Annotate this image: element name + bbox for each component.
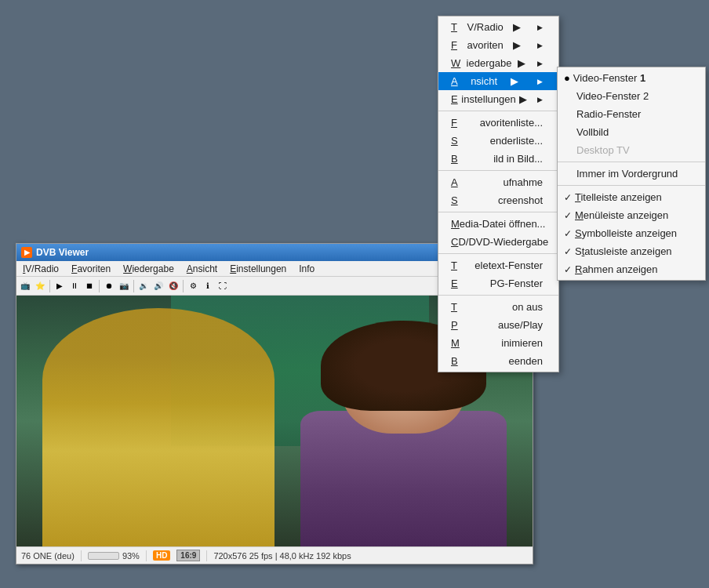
toolbar-icon-2[interactable]: ⭐ [33, 279, 47, 293]
submenu-label-desktop-tv: Desktop TV [576, 144, 630, 156]
menu-item-aufnahme[interactable]: Aufnahme [438, 173, 558, 191]
context-menu-main: TV/Radio ▶ Favoriten ▶ Wiedergabe ▶ Ansi… [438, 16, 559, 372]
submenu-label-titelleiste: Titelleiste anzeigen [575, 191, 662, 203]
menu-sep-4 [438, 253, 558, 254]
submenu-label-video-fenster-2: Video-Fenster 2 [576, 90, 649, 102]
toolbar-icon-rec[interactable]: ⏺ [102, 279, 116, 293]
submenu-label-radio-fenster: Radio-Fenster [576, 108, 641, 120]
submenu-label-rahmen: Rahmen anzeigen [575, 263, 658, 275]
menu-item-media-datei[interactable]: Media-Datei öffnen... [438, 215, 558, 233]
check-titelleiste: ✓ [564, 192, 572, 203]
check-rahmen: ✓ [564, 264, 572, 275]
menubar-item-wiedergabe[interactable]: Wiedergabe [120, 263, 177, 275]
dvb-titlebar-icon: ▶ [21, 247, 32, 258]
toolbar-icon-settings[interactable]: ⚙ [186, 279, 200, 293]
submenu-desktop-tv[interactable]: Desktop TV [558, 141, 705, 159]
toolbar-separator-2 [99, 280, 100, 292]
status-div-1 [81, 550, 82, 561]
toolbar-icon-fullscreen[interactable]: ⛶ [216, 279, 230, 293]
status-resolution: 720x576 25 fps | 48,0 kHz 192 kbps [213, 551, 351, 561]
menu-item-einstellungen[interactable]: Einstellungen ▶ [438, 90, 558, 108]
menu-item-favoriten[interactable]: Favoriten ▶ [438, 36, 558, 54]
submenu-label-symbolleiste: Symbolleiste anzeigen [575, 227, 677, 239]
menubar-item-info[interactable]: Info [296, 263, 318, 275]
menu-sep-3 [438, 212, 558, 212]
menubar-item-tv-radio[interactable]: IV/Radio [20, 263, 62, 275]
toolbar-separator-4 [183, 280, 184, 292]
submenu-video-fenster-1[interactable]: ● Video-Fenster 1 [558, 69, 705, 87]
toolbar-icon-vol-up[interactable]: 🔊 [151, 279, 165, 293]
submenu-statusleiste[interactable]: ✓ Statusleiste anzeigen [558, 242, 705, 260]
menu-item-ansicht[interactable]: Ansicht ▶ [438, 72, 558, 90]
menu-item-beenden[interactable]: Beenden [438, 352, 558, 370]
check-menuleiste: ✓ [564, 210, 572, 221]
menu-item-favoritenliste[interactable]: Favoritenliste... [438, 114, 558, 132]
status-div-2 [146, 550, 147, 561]
submenu-label-menuleiste: Menüleiste anzeigen [575, 209, 668, 221]
menu-item-bild-in-bild[interactable]: Bild in Bild... [438, 150, 558, 168]
submenu-vollbild[interactable]: Vollbild [558, 123, 705, 141]
submenu-video-fenster-2[interactable]: Video-Fenster 2 [558, 87, 705, 105]
submenu-ansicht: ● Video-Fenster 1 Video-Fenster 2 Radio-… [557, 67, 706, 281]
status-channel-name: 76 ONE (deu) [21, 551, 75, 561]
hd-badge: HD [153, 550, 170, 561]
submenu-menuleiste[interactable]: ✓ Menüleiste anzeigen [558, 206, 705, 224]
person-left [42, 308, 275, 546]
toolbar-separator-3 [133, 280, 134, 292]
toolbar-icon-3[interactable]: ▶ [53, 279, 67, 293]
toolbar-icon-vol-down[interactable]: 🔉 [136, 279, 151, 293]
dvb-statusbar: 76 ONE (deu) 93% HD 16:9 720x576 25 fps … [16, 546, 533, 564]
toolbar-icon-5[interactable]: ⏹ [82, 279, 96, 293]
menu-item-senderliste[interactable]: Senderliste... [438, 132, 558, 150]
menu-item-teletext[interactable]: Teletext-Fenster [438, 256, 558, 274]
dvb-titlebar-title: DVB Viewer [36, 247, 89, 258]
toolbar-icon-mute[interactable]: 🔇 [166, 279, 180, 293]
submenu-immer-vordergrund[interactable]: Immer im Vordergrund [558, 165, 705, 183]
submenu-label-immer: Immer im Vordergrund [576, 168, 678, 180]
menubar-item-ansicht[interactable]: Ansicht [184, 263, 220, 275]
menu-item-screenshot[interactable]: Screenshot [438, 191, 558, 209]
toolbar-icon-info[interactable]: ℹ [201, 279, 215, 293]
signal-bar [88, 552, 119, 560]
check-statusleiste: ✓ [564, 246, 572, 257]
signal-percent: 93% [122, 551, 140, 561]
menu-item-minimieren[interactable]: Minimieren [438, 334, 558, 352]
menu-item-cd-dvd[interactable]: CD/DVD-Wiedergabe [438, 233, 558, 251]
menu-sep-5 [438, 295, 558, 296]
submenu-label-video-fenster-1: Video-Fenster 1 [573, 72, 645, 84]
status-signal: 93% [88, 551, 140, 561]
toolbar-icon-1[interactable]: 📺 [18, 279, 32, 293]
menu-item-ton-aus[interactable]: Ton aus [438, 298, 558, 316]
submenu-label-statusleiste: Statusleiste anzeigen [575, 245, 672, 257]
submenu-label-vollbild: Vollbild [576, 126, 609, 138]
submenu-titelleiste[interactable]: ✓ Titelleiste anzeigen [558, 188, 705, 206]
toolbar-icon-4[interactable]: ⏸ [67, 279, 82, 293]
aspect-badge: 16:9 [176, 550, 200, 561]
submenu-symbolleiste[interactable]: ✓ Symbolleiste anzeigen [558, 224, 705, 242]
submenu-sep-2 [558, 185, 705, 186]
menu-sep-1 [438, 111, 558, 111]
menu-item-wiedergabe[interactable]: Wiedergabe ▶ [438, 54, 558, 72]
bullet-video-1: ● [564, 72, 570, 84]
menu-item-epg[interactable]: EPG-Fenster [438, 274, 558, 292]
toolbar-icon-cam[interactable]: 📷 [117, 279, 131, 293]
submenu-rahmen[interactable]: ✓ Rahmen anzeigen [558, 260, 705, 278]
toolbar-separator-1 [49, 280, 50, 292]
status-channel: 76 ONE (deu) [21, 551, 75, 561]
status-div-3 [206, 550, 207, 561]
menu-item-tv-radio[interactable]: TV/Radio ▶ [438, 18, 558, 36]
submenu-sep-1 [558, 162, 705, 162]
submenu-radio-fenster[interactable]: Radio-Fenster [558, 105, 705, 123]
check-symbolleiste: ✓ [564, 228, 572, 239]
menu-item-pause-play[interactable]: Pause/Play [438, 316, 558, 334]
menu-sep-2 [438, 170, 558, 171]
menubar-item-einstellungen[interactable]: Einstellungen [227, 263, 289, 275]
menubar-item-favoriten[interactable]: Favoriten [68, 263, 114, 275]
